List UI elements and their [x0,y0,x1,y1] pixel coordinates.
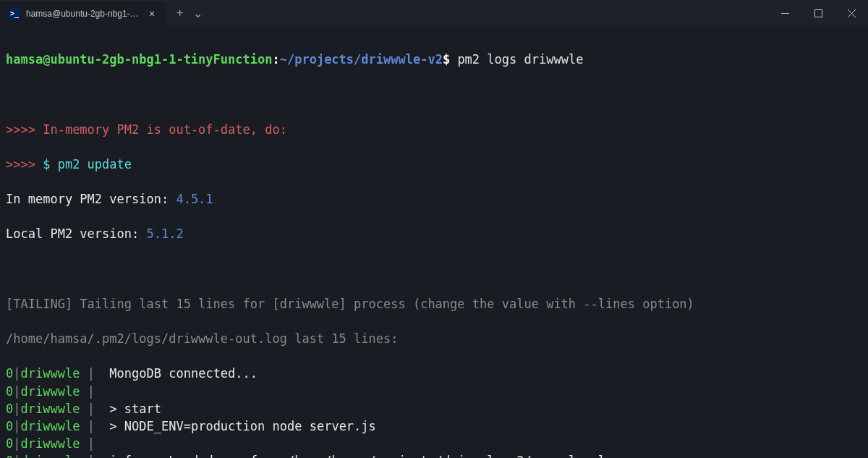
tabs-area: >_ hamsa@ubuntu-2gb-nbg1-1-tinyFunction … [0,0,213,26]
log-line: 0|driwwwle | info - Loaded env from /hom… [6,452,862,458]
blank-line [6,260,862,278]
tab-actions: + ⌄ [166,7,213,20]
log-prefix-num: 0 [6,436,13,451]
version-value: 5.1.2 [146,226,183,241]
tailing-header: [TAILING] Tailing last 15 lines for [dri… [6,295,862,313]
log-output: 0|driwwwle | MongoDB connected...0|driww… [6,365,862,458]
log-prefix-num: 0 [6,419,13,433]
log-prefix-num: 0 [6,402,13,416]
terminal-body[interactable]: hamsa@ubuntu-2gb-nbg1-1-tinyFunction:~/p… [0,26,868,458]
close-icon [848,9,856,17]
pm2-version-line: In memory PM2 version: 4.5.1 [6,190,862,208]
log-prefix-name: driwwwle [21,419,80,433]
log-prefix-sep: | [13,419,20,433]
log-prefix-name: driwwwle [21,436,80,451]
blank-line [6,85,862,103]
tab-dropdown-button[interactable]: ⌄ [193,7,203,20]
version-label: Local PM2 version: [6,226,146,241]
prompt-dollar: $ [443,52,450,67]
log-prefix-sep: | [13,366,20,381]
minimize-button[interactable] [768,0,801,26]
minimize-icon [781,9,789,17]
log-prefix-name: driwwwle [21,454,80,458]
log-prefix-bar: | [80,402,102,416]
log-message: > NODE_ENV=production node server.js [102,419,376,433]
log-prefix-sep: | [13,384,20,399]
log-prefix-bar: | [80,384,102,399]
log-message: > start [102,402,161,416]
prompt-command: pm2 logs driwwwle [450,52,583,67]
log-line: 0|driwwwle | > start [6,400,862,417]
pm2-version-line: Local PM2 version: 5.1.2 [6,225,862,242]
log-prefix-bar: | [80,454,102,458]
tab-close-button[interactable]: × [146,8,158,20]
log-prefix-bar: | [80,366,102,381]
log-prefix-name: driwwwle [21,402,80,416]
maximize-button[interactable] [801,0,835,26]
version-label: In memory PM2 version: [6,192,176,206]
notice-prefix: >>>> [6,157,43,171]
log-line: 0|driwwwle | > NODE_ENV=production node … [6,417,862,435]
log-prefix-num: 0 [6,384,13,399]
powershell-icon: >_ [9,8,20,20]
log-message: MongoDB connected... [102,366,258,381]
window-controls [768,0,868,26]
svg-rect-1 [814,9,822,17]
pm2-notice-line: >>>> $ pm2 update [6,156,862,173]
close-button[interactable] [835,0,868,26]
log-prefix-num: 0 [6,454,13,458]
prompt-user-host: hamsa@ubuntu-2gb-nbg1-1-tinyFunction [6,52,272,67]
prompt-path: ~/projects/driwwwle-v2 [280,52,443,67]
prompt-colon: : [272,52,279,67]
log-prefix-name: driwwwle [21,384,80,399]
terminal-tab[interactable]: >_ hamsa@ubuntu-2gb-nbg1-1-tinyFunction … [0,0,166,26]
prompt-line: hamsa@ubuntu-2gb-nbg1-1-tinyFunction:~/p… [6,51,862,68]
window-titlebar: >_ hamsa@ubuntu-2gb-nbg1-1-tinyFunction … [0,0,868,26]
log-prefix-num: 0 [6,366,13,381]
new-tab-button[interactable]: + [176,7,183,20]
log-prefix-sep: | [13,454,20,458]
log-line: 0|driwwwle | [6,383,862,400]
log-prefix-bar: | [80,436,102,451]
log-prefix-bar: | [80,419,102,433]
notice-cmd: $ pm2 update [43,157,132,171]
log-line: 0|driwwwle | [6,435,862,452]
log-prefix-name: driwwwle [21,366,80,381]
version-value: 4.5.1 [176,192,213,206]
log-line: 0|driwwwle | MongoDB connected... [6,365,862,382]
tab-title: hamsa@ubuntu-2gb-nbg1-1-tinyFunction [26,9,140,19]
tailing-logpath: /home/hamsa/.pm2/logs/driwwwle-out.log l… [6,330,862,347]
notice-prefix: >>>> [6,122,43,137]
log-prefix-sep: | [13,436,20,451]
log-prefix-sep: | [13,402,20,416]
log-message: info - Loaded env from /home/hamsa/proje… [102,454,605,458]
notice-text: In-memory PM2 is out-of-date, do: [43,122,287,137]
maximize-icon [814,9,822,17]
pm2-notice-line: >>>> In-memory PM2 is out-of-date, do: [6,121,862,138]
